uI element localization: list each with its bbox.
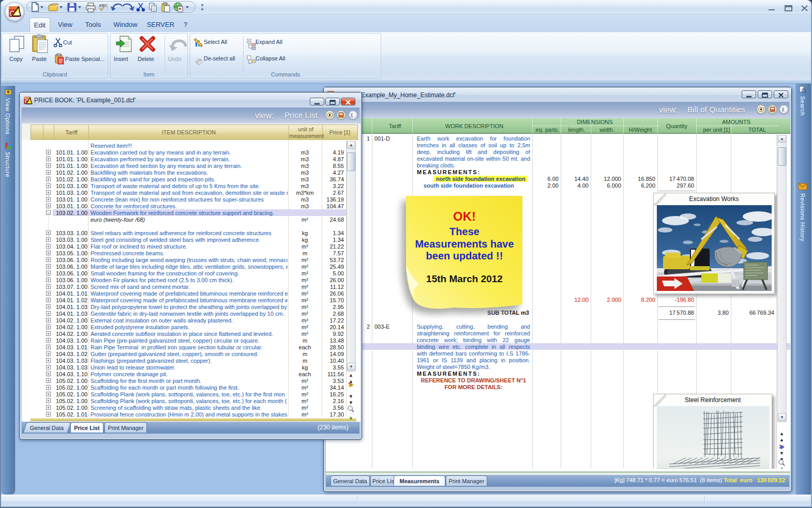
- svg-text:Measurements have: Measurements have: [415, 238, 514, 250]
- svg-text:OK!: OK!: [453, 209, 476, 223]
- svg-text:15th March 2012: 15th March 2012: [426, 273, 503, 284]
- svg-text:been updated !!: been updated !!: [426, 250, 503, 261]
- svg-text:These: These: [449, 226, 479, 237]
